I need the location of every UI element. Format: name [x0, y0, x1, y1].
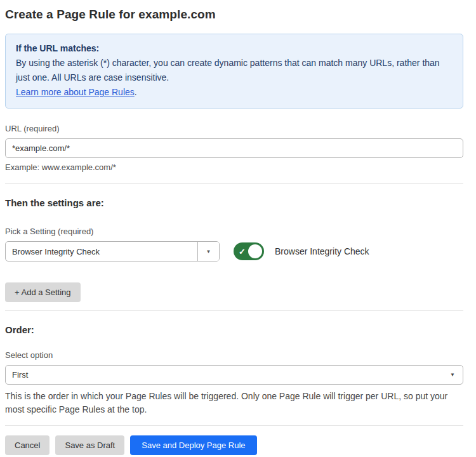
toggle-knob — [248, 244, 262, 258]
info-box-link-row: Learn more about Page Rules. — [16, 85, 453, 100]
divider — [5, 310, 463, 311]
info-box-heading: If the URL matches: — [16, 41, 453, 56]
url-input[interactable] — [5, 138, 463, 158]
setting-picker-label: Pick a Setting (required) — [5, 227, 463, 236]
divider — [5, 183, 463, 184]
setting-toggle[interactable]: ✓ — [234, 242, 264, 260]
url-match-info-box: If the URL matches: By using the asteris… — [5, 34, 463, 109]
chevron-down-icon: ▼ — [450, 372, 455, 378]
order-section-heading: Order: — [5, 324, 463, 335]
order-select-label: Select option — [5, 350, 463, 360]
setting-row: Browser Integrity Check ▼ ✓ Browser Inte… — [5, 241, 463, 262]
info-box-body: By using the asterisk (*) character, you… — [16, 56, 453, 85]
learn-more-link[interactable]: Learn more about Page Rules — [16, 87, 135, 97]
save-draft-button[interactable]: Save as Draft — [55, 435, 124, 455]
order-helper-text: This is the order in which your Page Rul… — [5, 390, 463, 416]
check-icon: ✓ — [239, 248, 246, 256]
url-helper-text: Example: www.example.com/* — [5, 162, 463, 172]
setting-toggle-label: Browser Integrity Check — [275, 246, 369, 256]
footer-actions: Cancel Save as Draft Save and Deploy Pag… — [5, 435, 463, 455]
cancel-button[interactable]: Cancel — [5, 435, 50, 455]
link-suffix: . — [135, 87, 137, 97]
add-setting-button[interactable]: + Add a Setting — [5, 282, 81, 302]
page-title: Create a Page Rule for example.com — [5, 8, 463, 22]
create-page-rule-form: Create a Page Rule for example.com If th… — [0, 0, 476, 455]
settings-section-heading: Then the settings are: — [5, 197, 463, 208]
setting-picker-value: Browser Integrity Check — [6, 242, 197, 261]
chevron-down-icon[interactable]: ▼ — [197, 242, 219, 261]
order-select[interactable]: First ▼ — [5, 365, 463, 385]
setting-picker-dropdown[interactable]: Browser Integrity Check ▼ — [5, 241, 220, 262]
url-label: URL (required) — [5, 124, 463, 133]
order-select-value: First — [12, 370, 28, 380]
save-deploy-button[interactable]: Save and Deploy Page Rule — [130, 435, 256, 455]
divider — [5, 425, 463, 426]
